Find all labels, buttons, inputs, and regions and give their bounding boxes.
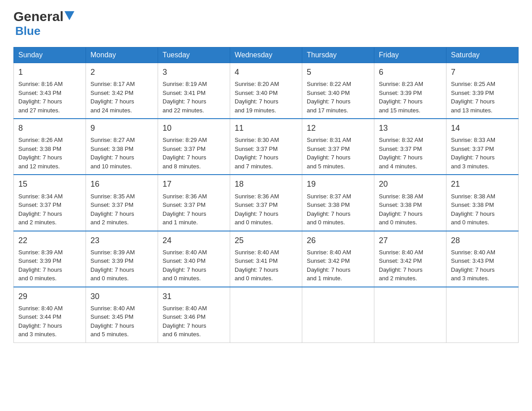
calendar-day-cell: 26 Sunrise: 8:40 AMSunset: 3:42 PMDaylig… (302, 231, 374, 287)
calendar-day-header: Thursday (302, 47, 374, 63)
calendar-day-header: Sunday (14, 47, 86, 63)
calendar-day-cell: 3 Sunrise: 8:19 AMSunset: 3:41 PMDayligh… (158, 63, 230, 119)
calendar-week-row: 29 Sunrise: 8:40 AMSunset: 3:44 PMDaylig… (14, 287, 519, 343)
day-info: Sunrise: 8:22 AMSunset: 3:40 PMDaylight:… (307, 81, 351, 114)
calendar-week-row: 8 Sunrise: 8:26 AMSunset: 3:38 PMDayligh… (14, 119, 519, 175)
calendar-day-cell: 9 Sunrise: 8:27 AMSunset: 3:38 PMDayligh… (86, 119, 158, 175)
day-info: Sunrise: 8:39 AMSunset: 3:39 PMDaylight:… (90, 249, 135, 282)
calendar-day-cell: 24 Sunrise: 8:40 AMSunset: 3:40 PMDaylig… (158, 231, 230, 287)
calendar-day-cell: 18 Sunrise: 8:36 AMSunset: 3:37 PMDaylig… (230, 175, 302, 231)
calendar-day-cell: 20 Sunrise: 8:38 AMSunset: 3:38 PMDaylig… (374, 175, 446, 231)
logo: General Blue (13, 9, 74, 38)
day-number: 7 (451, 67, 514, 78)
calendar-day-header: Saturday (446, 47, 519, 63)
day-info: Sunrise: 8:30 AMSunset: 3:37 PMDaylight:… (235, 137, 279, 170)
calendar-day-cell: 5 Sunrise: 8:22 AMSunset: 3:40 PMDayligh… (302, 63, 374, 119)
day-number: 16 (90, 179, 153, 190)
day-info: Sunrise: 8:34 AMSunset: 3:37 PMDaylight:… (18, 193, 63, 226)
day-info: Sunrise: 8:40 AMSunset: 3:44 PMDaylight:… (18, 305, 63, 338)
day-info: Sunrise: 8:35 AMSunset: 3:37 PMDaylight:… (90, 193, 135, 226)
day-number: 15 (18, 179, 81, 190)
calendar-day-cell: 10 Sunrise: 8:29 AMSunset: 3:37 PMDaylig… (158, 119, 230, 175)
calendar-day-cell: 12 Sunrise: 8:31 AMSunset: 3:37 PMDaylig… (302, 119, 374, 175)
calendar-day-cell: 13 Sunrise: 8:32 AMSunset: 3:37 PMDaylig… (374, 119, 446, 175)
day-number: 13 (379, 123, 442, 134)
calendar-day-cell: 1 Sunrise: 8:16 AMSunset: 3:43 PMDayligh… (14, 63, 86, 119)
day-number: 2 (90, 67, 153, 78)
day-info: Sunrise: 8:40 AMSunset: 3:40 PMDaylight:… (163, 249, 207, 282)
calendar-day-cell: 2 Sunrise: 8:17 AMSunset: 3:42 PMDayligh… (86, 63, 158, 119)
logo-blue-text: Blue (15, 24, 40, 38)
day-number: 29 (18, 291, 81, 302)
day-number: 28 (451, 235, 514, 246)
day-info: Sunrise: 8:37 AMSunset: 3:38 PMDaylight:… (307, 193, 351, 226)
logo-triangle-icon (64, 11, 74, 20)
day-info: Sunrise: 8:38 AMSunset: 3:38 PMDaylight:… (451, 193, 495, 226)
day-number: 22 (18, 235, 81, 246)
day-number: 3 (163, 67, 225, 78)
day-number: 21 (451, 179, 514, 190)
calendar-day-cell: 30 Sunrise: 8:40 AMSunset: 3:45 PMDaylig… (86, 287, 158, 343)
day-info: Sunrise: 8:31 AMSunset: 3:37 PMDaylight:… (307, 137, 351, 170)
day-number: 23 (90, 235, 153, 246)
day-number: 11 (235, 123, 297, 134)
day-info: Sunrise: 8:40 AMSunset: 3:43 PMDaylight:… (451, 249, 495, 282)
day-number: 9 (90, 123, 153, 134)
calendar-day-cell: 6 Sunrise: 8:23 AMSunset: 3:39 PMDayligh… (374, 63, 446, 119)
day-info: Sunrise: 8:26 AMSunset: 3:38 PMDaylight:… (18, 137, 63, 170)
day-info: Sunrise: 8:40 AMSunset: 3:46 PMDaylight:… (163, 305, 207, 338)
calendar-day-cell: 17 Sunrise: 8:36 AMSunset: 3:37 PMDaylig… (158, 175, 230, 231)
day-info: Sunrise: 8:40 AMSunset: 3:45 PMDaylight:… (90, 305, 135, 338)
calendar-day-header: Tuesday (158, 47, 230, 63)
day-info: Sunrise: 8:17 AMSunset: 3:42 PMDaylight:… (90, 81, 135, 114)
calendar-day-cell (230, 287, 302, 343)
day-number: 25 (235, 235, 297, 246)
calendar-day-cell: 8 Sunrise: 8:26 AMSunset: 3:38 PMDayligh… (14, 119, 86, 175)
day-number: 26 (307, 235, 369, 246)
day-number: 20 (379, 179, 442, 190)
calendar-day-cell: 14 Sunrise: 8:33 AMSunset: 3:37 PMDaylig… (446, 119, 519, 175)
calendar-day-cell: 25 Sunrise: 8:40 AMSunset: 3:41 PMDaylig… (230, 231, 302, 287)
calendar-day-cell: 19 Sunrise: 8:37 AMSunset: 3:38 PMDaylig… (302, 175, 374, 231)
day-number: 14 (451, 123, 514, 134)
calendar-day-cell: 31 Sunrise: 8:40 AMSunset: 3:46 PMDaylig… (158, 287, 230, 343)
day-number: 8 (18, 123, 81, 134)
day-number: 18 (235, 179, 297, 190)
day-info: Sunrise: 8:32 AMSunset: 3:37 PMDaylight:… (379, 137, 423, 170)
calendar-day-cell: 7 Sunrise: 8:25 AMSunset: 3:39 PMDayligh… (446, 63, 519, 119)
calendar-day-cell: 23 Sunrise: 8:39 AMSunset: 3:39 PMDaylig… (86, 231, 158, 287)
calendar-day-cell (446, 287, 519, 343)
day-info: Sunrise: 8:20 AMSunset: 3:40 PMDaylight:… (235, 81, 279, 114)
day-number: 10 (163, 123, 225, 134)
calendar-day-cell (302, 287, 374, 343)
day-info: Sunrise: 8:19 AMSunset: 3:41 PMDaylight:… (163, 81, 207, 114)
calendar-day-cell: 28 Sunrise: 8:40 AMSunset: 3:43 PMDaylig… (446, 231, 519, 287)
calendar-day-header: Wednesday (230, 47, 302, 63)
calendar-week-row: 15 Sunrise: 8:34 AMSunset: 3:37 PMDaylig… (14, 175, 519, 231)
day-info: Sunrise: 8:36 AMSunset: 3:37 PMDaylight:… (163, 193, 207, 226)
day-info: Sunrise: 8:38 AMSunset: 3:38 PMDaylight:… (379, 193, 423, 226)
day-info: Sunrise: 8:29 AMSunset: 3:37 PMDaylight:… (163, 137, 207, 170)
logo-general-text: General (13, 9, 64, 24)
day-number: 1 (18, 67, 81, 78)
day-info: Sunrise: 8:40 AMSunset: 3:42 PMDaylight:… (379, 249, 423, 282)
day-number: 24 (163, 235, 225, 246)
day-info: Sunrise: 8:27 AMSunset: 3:38 PMDaylight:… (90, 137, 135, 170)
day-info: Sunrise: 8:23 AMSunset: 3:39 PMDaylight:… (379, 81, 423, 114)
calendar-day-cell: 15 Sunrise: 8:34 AMSunset: 3:37 PMDaylig… (14, 175, 86, 231)
day-info: Sunrise: 8:40 AMSunset: 3:41 PMDaylight:… (235, 249, 279, 282)
svg-marker-0 (64, 11, 74, 20)
day-info: Sunrise: 8:16 AMSunset: 3:43 PMDaylight:… (18, 81, 63, 114)
calendar-day-cell: 22 Sunrise: 8:39 AMSunset: 3:39 PMDaylig… (14, 231, 86, 287)
day-number: 6 (379, 67, 442, 78)
day-info: Sunrise: 8:36 AMSunset: 3:37 PMDaylight:… (235, 193, 279, 226)
calendar-day-cell: 11 Sunrise: 8:30 AMSunset: 3:37 PMDaylig… (230, 119, 302, 175)
calendar-header-row: SundayMondayTuesdayWednesdayThursdayFrid… (14, 47, 519, 63)
calendar-day-cell (374, 287, 446, 343)
day-number: 31 (163, 291, 225, 302)
day-number: 5 (307, 67, 369, 78)
calendar-day-cell: 4 Sunrise: 8:20 AMSunset: 3:40 PMDayligh… (230, 63, 302, 119)
day-info: Sunrise: 8:33 AMSunset: 3:37 PMDaylight:… (451, 137, 495, 170)
calendar-day-cell: 29 Sunrise: 8:40 AMSunset: 3:44 PMDaylig… (14, 287, 86, 343)
day-number: 17 (163, 179, 225, 190)
